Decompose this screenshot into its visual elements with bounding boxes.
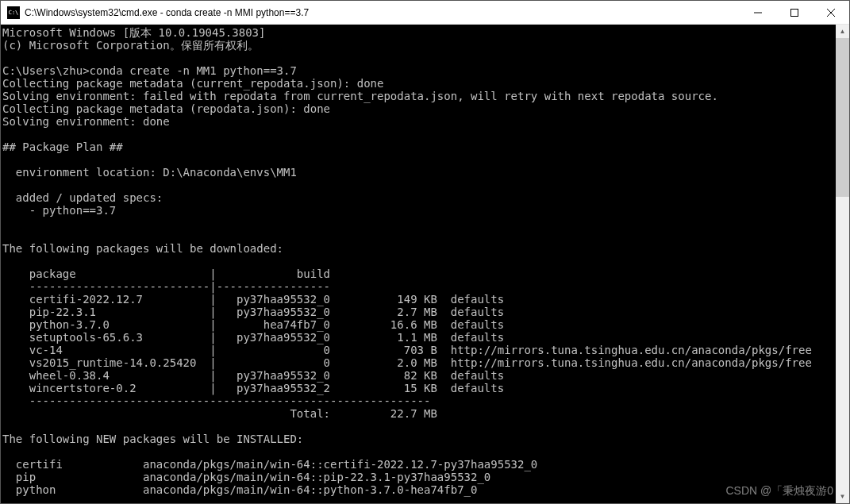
titlebar[interactable]: C:\ C:\Windows\system32\cmd.exe - conda … bbox=[1, 1, 849, 25]
svg-rect-1 bbox=[791, 10, 798, 17]
close-button[interactable] bbox=[813, 1, 849, 25]
cmd-window: C:\ C:\Windows\system32\cmd.exe - conda … bbox=[0, 0, 850, 504]
window-title: C:\Windows\system32\cmd.exe - conda crea… bbox=[25, 7, 740, 18]
cmd-icon: C:\ bbox=[7, 6, 20, 19]
window-controls bbox=[740, 1, 849, 24]
maximize-button[interactable] bbox=[776, 1, 813, 25]
minimize-button[interactable] bbox=[740, 1, 776, 25]
scroll-down-button[interactable]: ▼ bbox=[836, 490, 849, 503]
scroll-up-button[interactable]: ▲ bbox=[836, 25, 849, 38]
vertical-scrollbar[interactable]: ▲ ▼ bbox=[836, 25, 849, 503]
terminal-area: Microsoft Windows [版本 10.0.19045.3803] (… bbox=[1, 25, 849, 503]
terminal-output[interactable]: Microsoft Windows [版本 10.0.19045.3803] (… bbox=[1, 25, 849, 503]
scroll-thumb[interactable] bbox=[836, 38, 849, 197]
